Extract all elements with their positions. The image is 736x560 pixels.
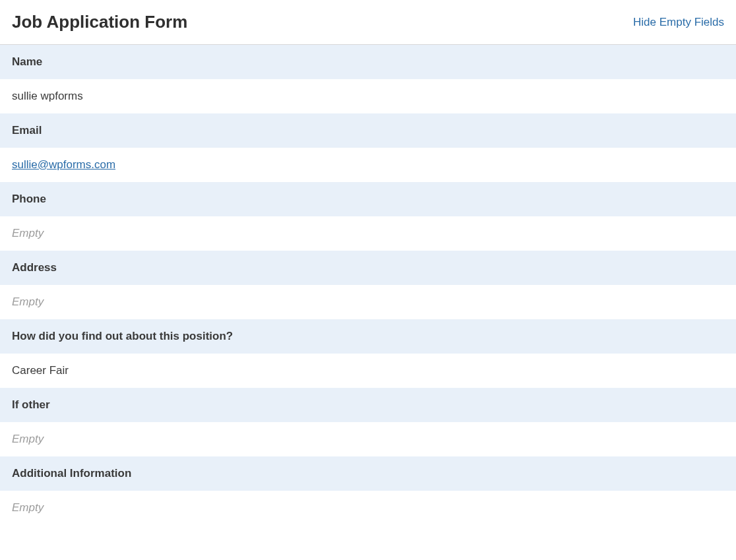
hide-empty-fields-link[interactable]: Hide Empty Fields: [633, 16, 724, 29]
field-label-if-other: If other: [0, 388, 736, 422]
entry-fields-list: Name sullie wpforms Email sullie@wpforms…: [0, 45, 736, 525]
field-value-name: sullie wpforms: [0, 79, 736, 113]
field-label-phone: Phone: [0, 182, 736, 216]
field-label-name: Name: [0, 45, 736, 79]
field-value-address: Empty: [0, 285, 736, 319]
field-label-how: How did you find out about this position…: [0, 319, 736, 354]
email-link[interactable]: sullie@wpforms.com: [12, 158, 115, 171]
field-value-phone: Empty: [0, 216, 736, 251]
field-value-if-other: Empty: [0, 422, 736, 456]
field-label-email: Email: [0, 113, 736, 148]
field-value-additional: Empty: [0, 491, 736, 525]
field-value-email: sullie@wpforms.com: [0, 148, 736, 182]
page-title: Job Application Form: [12, 12, 187, 32]
field-label-additional: Additional Information: [0, 456, 736, 491]
form-header: Job Application Form Hide Empty Fields: [0, 0, 736, 45]
field-label-address: Address: [0, 251, 736, 285]
field-value-how: Career Fair: [0, 354, 736, 388]
